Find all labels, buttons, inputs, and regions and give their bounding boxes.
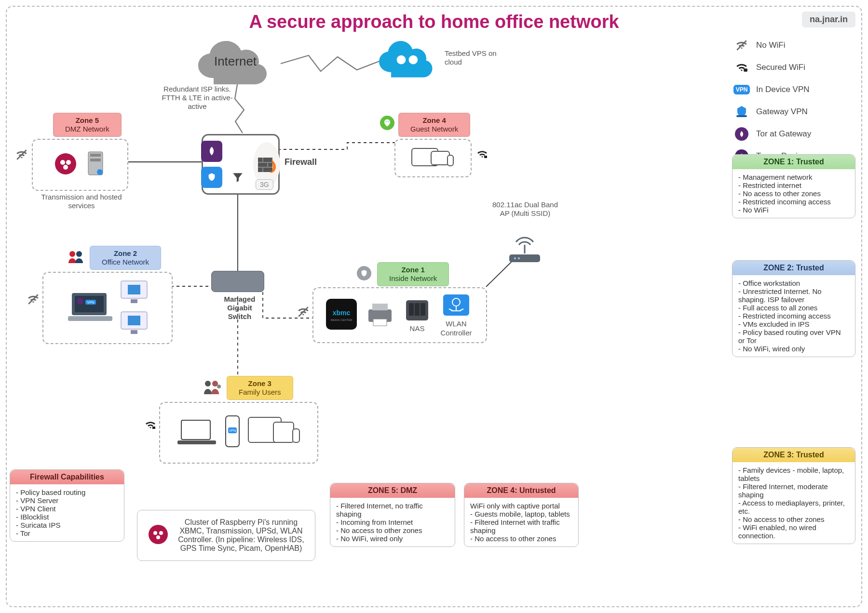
list-item: Policy based routing over VPN or Tor bbox=[738, 328, 849, 345]
zone-4-card: ZONE 4: Untrusted WiFi only with captive… bbox=[464, 483, 579, 547]
people-icon bbox=[68, 250, 81, 263]
card-list: Management networkRestricted internetNo … bbox=[732, 169, 855, 218]
legend-label: No WiFi bbox=[756, 40, 785, 50]
list-item: Filtered Internet, no traffic shaping bbox=[336, 502, 449, 518]
internet-label: Internet bbox=[192, 54, 279, 69]
card-body: WiFi only with captive portal - Guests m… bbox=[464, 498, 578, 546]
zone-2-card: ZONE 2: Trusted Office workstationUnrest… bbox=[732, 260, 855, 357]
svg-point-64 bbox=[149, 525, 168, 544]
raspberry-cluster-note: Cluster of Raspberry Pi's running XBMC, … bbox=[137, 510, 315, 561]
card-list: Filtered Internet, no traffic shapingInc… bbox=[330, 498, 455, 546]
svg-rect-37 bbox=[131, 330, 137, 334]
svg-point-16 bbox=[66, 160, 71, 165]
zone-5-box bbox=[32, 139, 128, 191]
list-item: VMs excluded in IPS bbox=[738, 320, 849, 328]
filter-icon bbox=[227, 167, 248, 188]
legend-label: In Device VPN bbox=[756, 85, 810, 94]
list-item: Access to mediaplayers, printer, etc. bbox=[738, 499, 849, 515]
svg-point-21 bbox=[97, 169, 103, 175]
svg-rect-47 bbox=[415, 303, 420, 316]
firewall-capabilities-card: Firewall Capabilities Policy based routi… bbox=[10, 469, 124, 542]
zone-3-label: Zone 3Family Users bbox=[227, 376, 293, 400]
wlan-controller-label: WLAN Controller bbox=[439, 320, 474, 338]
switch-label: Managed Gigabit Switch bbox=[219, 295, 260, 321]
svg-rect-33 bbox=[128, 285, 140, 294]
card-list: Policy based routingVPN ServerVPN Client… bbox=[10, 484, 124, 541]
list-item: Restricted incoming access bbox=[738, 312, 849, 320]
laptop-icon: VPN bbox=[66, 290, 114, 326]
svg-rect-46 bbox=[409, 303, 414, 316]
zone-2-label: Zone 2Office Network bbox=[90, 246, 161, 270]
zone-1-card: ZONE 1: Trusted Management networkRestri… bbox=[732, 154, 855, 218]
list-item: Restricted incoming access bbox=[738, 198, 849, 206]
shield-icon bbox=[357, 266, 370, 280]
legend-label: Gateway VPN bbox=[756, 107, 808, 117]
card-header: ZONE 1: Trusted bbox=[732, 155, 855, 169]
card-header: ZONE 3: Trusted bbox=[732, 448, 855, 462]
list-item: No access to other zones bbox=[738, 515, 849, 523]
svg-rect-36 bbox=[128, 316, 140, 325]
tor-gateway-icon bbox=[734, 126, 749, 142]
list-item: Policy based routing bbox=[16, 488, 118, 496]
wifi-off-icon bbox=[297, 306, 311, 319]
svg-point-25 bbox=[76, 251, 82, 257]
xbmc-icon: xbmcMEDIA CENTER bbox=[326, 299, 357, 332]
alien-icon bbox=[380, 116, 393, 129]
list-item: No WiFi bbox=[738, 206, 849, 214]
server-icon bbox=[85, 150, 106, 180]
zone-3-card: ZONE 3: Trusted Family devices - mobile,… bbox=[732, 447, 855, 544]
laptop-icon bbox=[176, 417, 217, 448]
legend-label: Secured WiFi bbox=[756, 63, 805, 72]
svg-rect-5 bbox=[736, 115, 747, 117]
diagram-title: A secure approach to home office network bbox=[0, 12, 868, 32]
raspberry-pi-icon bbox=[54, 153, 77, 177]
svg-text:VPN: VPN bbox=[229, 429, 236, 432]
tablet-devices-icon bbox=[248, 415, 301, 451]
list-item: Filtered Internet, moderate shaping bbox=[738, 482, 849, 499]
svg-point-7 bbox=[409, 55, 418, 65]
svg-text:MEDIA CENTER: MEDIA CENTER bbox=[330, 319, 353, 321]
legend: No WiFi Secured WiFi VPNIn Device VPN Ga… bbox=[734, 38, 850, 171]
card-list: Family devices - mobile, laptop, tablets… bbox=[732, 462, 855, 544]
svg-point-65 bbox=[153, 531, 157, 535]
svg-rect-58 bbox=[181, 420, 210, 440]
svg-point-24 bbox=[69, 251, 75, 257]
list-item: IBlocklist bbox=[16, 513, 118, 521]
svg-point-14 bbox=[55, 153, 76, 174]
list-item: Suricata IPS bbox=[16, 521, 118, 529]
firewall-label: Firewall bbox=[285, 157, 317, 168]
svg-rect-52 bbox=[509, 254, 540, 262]
nas-label: NAS bbox=[403, 324, 431, 333]
zone-2-box: VPN bbox=[42, 272, 173, 344]
svg-point-54 bbox=[518, 257, 520, 259]
wlan-controller-icon bbox=[441, 311, 471, 319]
svg-rect-63 bbox=[152, 426, 155, 429]
svg-point-17 bbox=[63, 165, 68, 170]
printer-icon bbox=[365, 301, 395, 330]
zone-3-box: VPN bbox=[159, 402, 318, 464]
svg-point-6 bbox=[397, 55, 406, 65]
zone-5-card: ZONE 5: DMZ Filtered Internet, no traffi… bbox=[330, 483, 455, 547]
zone-4-label: Zone 4Guest Network bbox=[398, 113, 470, 137]
isp-note: Redundant ISP links. FTTH & LTE in activ… bbox=[161, 85, 233, 111]
tor-icon bbox=[201, 141, 222, 162]
svg-rect-23 bbox=[484, 156, 487, 158]
svg-point-56 bbox=[212, 381, 218, 386]
testbed-label: Testbed VPS on cloud bbox=[445, 49, 502, 67]
list-item: Family devices - mobile, laptop, tablets bbox=[738, 466, 849, 482]
wifi-off-icon bbox=[734, 38, 749, 53]
svg-text:xbmc: xbmc bbox=[333, 309, 351, 317]
svg-rect-59 bbox=[177, 440, 216, 444]
list-item: No access to other zones bbox=[336, 526, 449, 534]
gateway-vpn-icon bbox=[201, 167, 222, 188]
legend-label: Tor at Gateway bbox=[756, 129, 811, 139]
watermark-badge: na.jnar.in bbox=[802, 12, 855, 27]
svg-rect-44 bbox=[373, 319, 387, 326]
svg-rect-49 bbox=[443, 294, 469, 316]
raspberry-cluster-text: Cluster of Raspberry Pi's running XBMC, … bbox=[178, 518, 304, 553]
svg-rect-31 bbox=[68, 316, 112, 321]
zone-1-box: xbmcMEDIA CENTER NAS WLAN Controller bbox=[312, 287, 487, 343]
card-list: Office workstationUnrestricted Internet.… bbox=[732, 275, 855, 357]
list-item: No WiFi, wired only bbox=[738, 345, 849, 353]
internet-cloud: Internet bbox=[192, 40, 279, 90]
